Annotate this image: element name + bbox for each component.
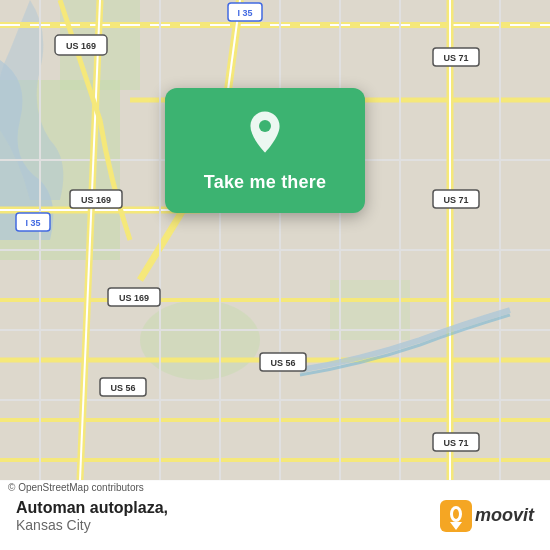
svg-text:I 35: I 35 <box>25 218 40 228</box>
svg-text:US 56: US 56 <box>110 383 135 393</box>
svg-text:US 56: US 56 <box>270 358 295 368</box>
moovit-icon <box>440 500 472 532</box>
svg-text:I 35: I 35 <box>237 8 252 18</box>
location-city: Kansas City <box>16 517 440 533</box>
map-container: US 169 I 35 US 71 I 35 US 169 US 169 US … <box>0 0 550 480</box>
svg-text:US 71: US 71 <box>443 53 468 63</box>
location-name: Automan autoplaza, <box>16 499 440 517</box>
svg-point-52 <box>259 120 271 132</box>
svg-text:US 169: US 169 <box>81 195 111 205</box>
copyright-text: © OpenStreetMap contributors <box>0 480 550 495</box>
svg-point-55 <box>453 509 459 519</box>
map-svg: US 169 I 35 US 71 I 35 US 169 US 169 US … <box>0 0 550 480</box>
svg-text:US 169: US 169 <box>119 293 149 303</box>
take-me-there-button[interactable]: Take me there <box>196 168 334 197</box>
svg-text:US 71: US 71 <box>443 438 468 448</box>
svg-text:US 71: US 71 <box>443 195 468 205</box>
moovit-logo: moovit <box>440 500 534 532</box>
map-popup: Take me there <box>165 88 365 213</box>
location-info: Automan autoplaza, Kansas City <box>16 499 440 533</box>
svg-point-3 <box>140 300 260 380</box>
moovit-label: moovit <box>475 505 534 526</box>
svg-text:US 169: US 169 <box>66 41 96 51</box>
location-pin-icon <box>241 108 289 156</box>
